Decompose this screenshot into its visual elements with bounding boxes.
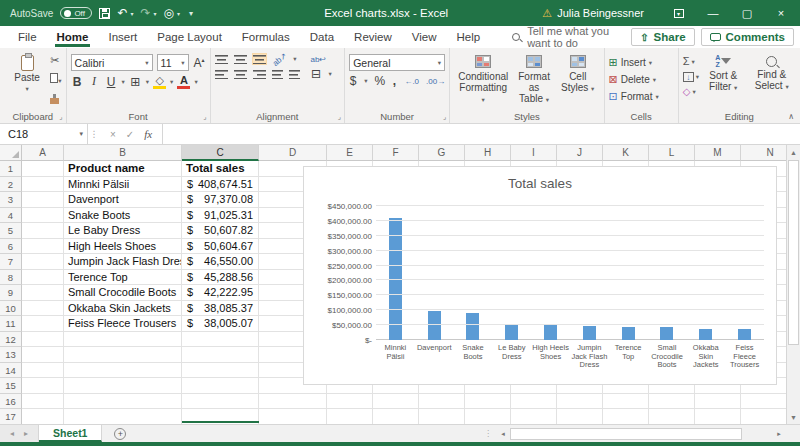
cell-C11[interactable]: $38,005.07 <box>182 316 259 332</box>
row-header-6[interactable]: 6 <box>0 239 22 255</box>
decrease-indent-icon[interactable] <box>272 69 283 79</box>
row-header-9[interactable]: 9 <box>0 285 22 301</box>
cell-C4[interactable]: $91,025.31 <box>182 208 259 224</box>
underline-button[interactable]: U <box>105 75 118 89</box>
cell-K17[interactable] <box>603 409 649 424</box>
cell-C8[interactable]: $45,288.56 <box>182 270 259 286</box>
alignment-dialog-launcher-icon[interactable]: ⌟ <box>338 113 341 121</box>
cell-B15[interactable] <box>64 378 182 394</box>
cell-C1[interactable]: Total sales <box>182 161 259 177</box>
conditional-formatting-button[interactable]: Conditional Formatting ▾ <box>454 54 512 106</box>
fill-color-icon[interactable]: ◇ <box>153 75 166 89</box>
paste-button[interactable]: Paste ▾ <box>10 54 44 95</box>
cell-C15[interactable] <box>182 378 259 394</box>
cell-C10[interactable]: $38,085.37 <box>182 301 259 317</box>
cell-B7[interactable]: Jumpin Jack Flash Dress <box>64 254 182 270</box>
new-sheet-button[interactable]: + <box>102 425 138 442</box>
redo-dropdown-icon[interactable]: ▾ <box>154 10 157 17</box>
cell-A11[interactable] <box>22 316 64 332</box>
cell-H16[interactable] <box>465 394 511 410</box>
tabbar-splitter[interactable]: ⋮ <box>480 425 496 442</box>
fill-button[interactable]: ↓▾ <box>683 70 699 83</box>
increase-indent-icon[interactable] <box>289 69 300 79</box>
cell-C2[interactable]: $408,674.51 <box>182 177 259 193</box>
number-format-select[interactable]: General▾ <box>349 54 445 71</box>
tab-file[interactable]: File <box>8 28 47 47</box>
accounting-format-icon[interactable]: $ <box>349 74 357 88</box>
cut-icon[interactable]: ✂ <box>50 55 61 66</box>
align-right-icon[interactable] <box>253 69 266 79</box>
chart[interactable]: Total sales $-$50,000.00$100,000.00$150,… <box>303 166 777 385</box>
accounting-dropdown-icon[interactable]: ▾ <box>364 77 367 85</box>
cell-J17[interactable] <box>557 409 603 424</box>
cell-A14[interactable] <box>22 363 64 379</box>
increase-font-icon[interactable]: A▴ <box>193 56 206 70</box>
cell-A15[interactable] <box>22 378 64 394</box>
cell-C12[interactable] <box>182 332 259 348</box>
cell-B6[interactable]: High Heels Shoes <box>64 239 182 255</box>
underline-dropdown-icon[interactable]: ▾ <box>122 78 125 86</box>
tab-data[interactable]: Data <box>300 28 344 47</box>
comma-style-icon[interactable]: , <box>391 74 397 88</box>
cell-A13[interactable] <box>22 347 64 363</box>
horizontal-scrollbar[interactable] <box>510 425 772 442</box>
warning-icon[interactable]: ⚠ <box>542 7 552 20</box>
cell-L17[interactable] <box>649 409 695 424</box>
maximize-button[interactable]: ▢ <box>730 0 764 26</box>
select-all-corner[interactable] <box>0 145 22 161</box>
format-as-table-button[interactable]: Format as Table ▾ <box>512 54 556 106</box>
column-header-L[interactable]: L <box>649 145 695 161</box>
cell-H17[interactable] <box>465 409 511 424</box>
cell-B5[interactable]: Le Baby Dress <box>64 223 182 239</box>
column-header-M[interactable]: M <box>695 145 741 161</box>
paste-dropdown-icon[interactable]: ▾ <box>26 83 29 94</box>
cell-A17[interactable] <box>22 409 64 424</box>
name-box[interactable]: C18 ▾ <box>0 124 88 144</box>
column-header-F[interactable]: F <box>373 145 419 161</box>
user-name[interactable]: Julia Beingessner <box>557 7 644 19</box>
cell-C5[interactable]: $50,607.82 <box>182 223 259 239</box>
cell-C16[interactable] <box>182 394 259 410</box>
align-center-icon[interactable] <box>234 69 247 79</box>
cell-G16[interactable] <box>419 394 465 410</box>
ribbon-display-options-button[interactable] <box>662 0 696 26</box>
close-button[interactable]: × <box>764 0 798 26</box>
row-header-3[interactable]: 3 <box>0 192 22 208</box>
cell-B2[interactable]: Minnki Pälsii <box>64 177 182 193</box>
row-header-10[interactable]: 10 <box>0 301 22 317</box>
share-button[interactable]: ⇧ Share <box>631 28 694 46</box>
cell-K16[interactable] <box>603 394 649 410</box>
orientation-icon[interactable]: ab↗ <box>271 51 289 68</box>
formula-input[interactable] <box>163 124 800 144</box>
cell-A10[interactable] <box>22 301 64 317</box>
cell-B1[interactable]: Product name <box>64 161 182 177</box>
cell-B9[interactable]: Small Crocodile Boots <box>64 285 182 301</box>
bottom-align-icon[interactable] <box>253 54 266 64</box>
format-cells-button[interactable]: ⊡Format▾ <box>609 88 674 105</box>
column-header-C[interactable]: C <box>182 145 259 161</box>
row-header-12[interactable]: 12 <box>0 332 22 348</box>
percent-style-icon[interactable]: % <box>374 74 384 88</box>
orientation-dropdown-icon[interactable]: ▾ <box>293 55 296 63</box>
tab-review[interactable]: Review <box>344 28 402 47</box>
sheet-tab-sheet1[interactable]: Sheet1 <box>39 425 102 442</box>
cell-D16[interactable] <box>259 394 327 410</box>
row-header-5[interactable]: 5 <box>0 223 22 239</box>
column-header-I[interactable]: I <box>511 145 557 161</box>
tab-insert[interactable]: Insert <box>98 28 147 47</box>
row-header-7[interactable]: 7 <box>0 254 22 270</box>
touch-mode-dropdown-icon[interactable]: ▾ <box>177 10 180 17</box>
cancel-icon[interactable]: × <box>110 129 116 140</box>
cell-A16[interactable] <box>22 394 64 410</box>
column-header-A[interactable]: A <box>22 145 64 161</box>
cell-C6[interactable]: $50,604.67 <box>182 239 259 255</box>
cell-J16[interactable] <box>557 394 603 410</box>
top-align-icon[interactable] <box>215 54 228 64</box>
next-sheet-icon[interactable]: ▸ <box>24 429 28 438</box>
row-header-8[interactable]: 8 <box>0 270 22 286</box>
scroll-left-icon[interactable]: ◂ <box>496 425 510 442</box>
wrap-text-icon[interactable]: ab↩ <box>310 55 326 64</box>
cell-B10[interactable]: Okkaba Skin Jackets <box>64 301 182 317</box>
row-header-13[interactable]: 13 <box>0 347 22 363</box>
cell-A9[interactable] <box>22 285 64 301</box>
